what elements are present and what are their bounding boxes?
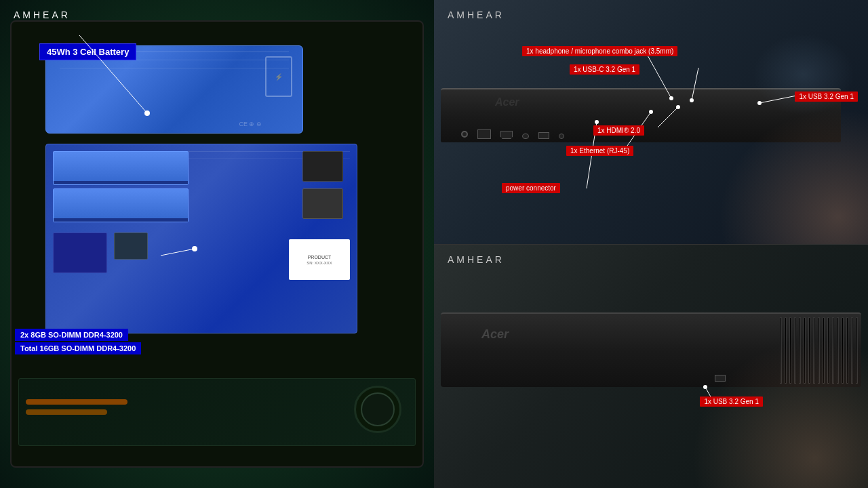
battery-component: 45Wh 3 Cell Battery ⚡ CE ⊕ ⊖ [45,45,303,134]
ram-labels: 2x 8GB SO-DIMM DDR4-3200 Total 16GB SO-D… [15,328,141,354]
top-right-panel: AMHEAR A [434,0,868,244]
motherboard-component: PRODUCT SN: XXX-XXX [45,144,357,333]
battery-label: 45Wh 3 Cell Battery [39,43,136,60]
power-port [461,131,468,138]
bottom-right-logo: AMHEAR [448,254,505,265]
annotation-hdmi: 1x HDMI® 2.0 [593,125,644,136]
hand-blur-top [719,108,868,244]
left-logo: AMHEAR [14,9,71,20]
right-panels: AMHEAR A [434,0,868,488]
ram-module-1 [53,151,189,185]
ram-module-2 [53,188,189,222]
annotation-headphone: 1x headphone / microphone combo jack (3.… [522,46,677,56]
annotation-usb32: 1x USB 3.2 Gen 1 [795,92,858,102]
usba-port [538,132,549,139]
annotation-usbc: 1x USB-C 3.2 Gen 1 [570,64,639,75]
bottom-right-panel: AMHEAR Acer [434,244,868,488]
top-right-logo: AMHEAR [448,9,505,20]
annotation-ethernet: 1x Ethernet (RJ-45) [566,146,633,156]
annotation-usb-bottom: 1x USB 3.2 Gen 1 [700,396,763,407]
hdmi-port [500,131,513,139]
audio-port [559,134,564,139]
ram-label-2: Total 16GB SO-DIMM DDR4-3200 [15,342,141,354]
left-panel: AMHEAR 45Wh 3 Cell Battery ⚡ CE ⊕ ⊖ [0,0,434,488]
usbc-port [522,134,529,139]
bg-blur-top [753,34,854,115]
ethernet-port [477,129,491,139]
annotation-power: power connector [502,183,560,193]
ram-label-1: 2x 8GB SO-DIMM DDR4-3200 [15,329,128,341]
main-layout: AMHEAR 45Wh 3 Cell Battery ⚡ CE ⊕ ⊖ [0,0,868,488]
hand-blur-bottom [692,339,868,488]
